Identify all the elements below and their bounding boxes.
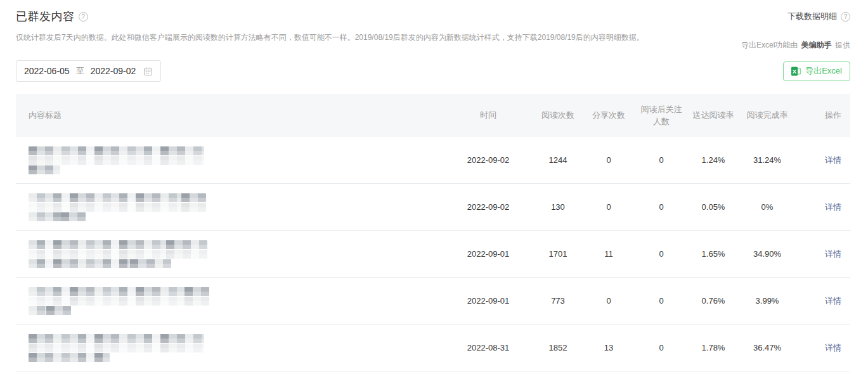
- read-completion-rate: 34.90%: [738, 249, 796, 259]
- detail-link[interactable]: 详情: [825, 296, 841, 306]
- redacted-title-mosaic: [29, 334, 444, 362]
- date-range-picker[interactable]: 2022-06-05 至 2022-09-02: [16, 60, 161, 82]
- redacted-title-mosaic: [29, 193, 444, 221]
- read-count: 1852: [533, 343, 583, 352]
- table-row: 2022-08-31 1852 13 0 1.78% 36.47% 详情: [16, 325, 850, 371]
- col-header-content-title: 内容标题: [16, 109, 444, 122]
- publish-date: 2022-09-01: [444, 296, 533, 306]
- content-title-redacted: [16, 240, 444, 268]
- excel-icon: X: [791, 67, 801, 76]
- read-count: 1701: [533, 249, 583, 259]
- export-credit-text: 导出Excel功能由 美编助手 提供: [741, 40, 850, 51]
- col-header-action: 操作: [796, 109, 850, 122]
- content-title-redacted: [16, 334, 444, 362]
- table-row: 2022-09-02 130 0 0 0.05% 0% 详情: [16, 184, 850, 231]
- action-cell: 详情: [796, 295, 850, 307]
- col-header-read-count: 阅读次数: [533, 109, 583, 122]
- toolbar: 2022-06-05 至 2022-09-02: [16, 60, 850, 82]
- date-start-value: 2022-06-05: [24, 66, 70, 76]
- share-count: 13: [583, 343, 634, 352]
- follow-after-read-count: 0: [634, 343, 689, 352]
- table-row: 2022-09-01 773 0 0 0.76% 3.99% 详情: [16, 278, 850, 325]
- detail-link[interactable]: 详情: [825, 249, 841, 259]
- export-excel-button[interactable]: X 导出Excel: [783, 61, 850, 81]
- date-range-separator: 至: [76, 65, 84, 77]
- title-help-icon[interactable]: ?: [79, 12, 88, 22]
- credit-suffix: 提供: [835, 41, 850, 49]
- publish-date: 2022-08-31: [444, 343, 533, 352]
- publish-date: 2022-09-02: [444, 202, 533, 212]
- read-completion-rate: 3.99%: [738, 296, 796, 306]
- action-cell: 详情: [796, 248, 850, 260]
- col-header-delivery-rate: 送达阅读率: [689, 109, 738, 122]
- download-help-icon[interactable]: ?: [841, 12, 850, 22]
- calendar-icon[interactable]: [143, 67, 153, 76]
- content-title-redacted: [16, 146, 444, 174]
- detail-link[interactable]: 详情: [825, 343, 841, 352]
- action-cell: 详情: [796, 155, 850, 166]
- table-row: 2022-09-01 1701 11 0 1.65% 34.90% 详情: [16, 231, 850, 278]
- read-count: 1244: [533, 155, 583, 165]
- read-count: 130: [533, 202, 583, 212]
- share-count: 0: [583, 296, 634, 306]
- delivery-read-rate: 1.78%: [689, 343, 738, 352]
- svg-text:X: X: [793, 68, 797, 75]
- page-header: 已群发内容 ? 下载数据明细 ?: [16, 9, 850, 24]
- read-completion-rate: 36.47%: [738, 343, 796, 352]
- share-count: 11: [583, 249, 634, 259]
- read-completion-rate: 0%: [738, 202, 796, 212]
- delivery-read-rate: 1.65%: [689, 249, 738, 259]
- download-data-detail-link[interactable]: 下载数据明细: [787, 11, 837, 22]
- content-title-redacted: [16, 193, 444, 221]
- credit-brand-name: 美编助手: [801, 41, 832, 49]
- table-body: 2022-09-02 1244 0 0 1.24% 31.24% 详情 2022…: [16, 137, 850, 371]
- read-completion-rate: 31.24%: [738, 155, 796, 165]
- delivery-read-rate: 0.76%: [689, 296, 738, 306]
- publish-date: 2022-09-02: [444, 155, 533, 165]
- action-cell: 详情: [796, 342, 850, 354]
- meta-row: 仅统计群发后7天内的数据。此处和微信客户端展示的阅读数的计算方法略有不同，数值可…: [16, 32, 850, 51]
- date-end-value: 2022-09-02: [91, 66, 136, 76]
- follow-after-read-count: 0: [634, 155, 689, 165]
- follow-after-read-count: 0: [634, 296, 689, 306]
- detail-link[interactable]: 详情: [825, 202, 841, 212]
- content-title-redacted: [16, 287, 444, 315]
- redacted-title-mosaic: [29, 240, 444, 268]
- credit-prefix: 导出Excel功能由: [741, 41, 798, 49]
- follow-after-read-count: 0: [634, 202, 689, 212]
- publish-date: 2022-09-01: [444, 249, 533, 259]
- share-count: 0: [583, 155, 634, 165]
- col-header-completion-rate: 阅读完成率: [738, 109, 796, 122]
- redacted-title-mosaic: [29, 287, 444, 315]
- published-content-page: 已群发内容 ? 下载数据明细 ? 仅统计群发后7天内的数据。此处和微信客户端展示…: [0, 0, 868, 371]
- read-count: 773: [533, 296, 583, 306]
- page-title: 已群发内容: [16, 9, 75, 24]
- page-subtitle: 仅统计群发后7天内的数据。此处和微信客户端展示的阅读数的计算方法略有不同，数值可…: [16, 32, 644, 43]
- col-header-share-count: 分享次数: [583, 109, 634, 122]
- export-excel-label: 导出Excel: [805, 65, 842, 77]
- table-row: 2022-09-02 1244 0 0 1.24% 31.24% 详情: [16, 137, 850, 184]
- col-header-follow-count: 阅读后关注人数: [634, 103, 689, 128]
- share-count: 0: [583, 202, 634, 212]
- redacted-title-mosaic: [29, 146, 444, 174]
- content-table: 内容标题 时间 阅读次数 分享次数 阅读后关注人数 送达阅读率 阅读完成率 操作…: [16, 94, 850, 371]
- col-header-time: 时间: [444, 109, 533, 122]
- follow-after-read-count: 0: [634, 249, 689, 259]
- detail-link[interactable]: 详情: [825, 155, 841, 165]
- delivery-read-rate: 0.05%: [689, 202, 738, 212]
- action-cell: 详情: [796, 202, 850, 213]
- delivery-read-rate: 1.24%: [689, 155, 738, 165]
- table-header-row: 内容标题 时间 阅读次数 分享次数 阅读后关注人数 送达阅读率 阅读完成率 操作: [16, 94, 850, 137]
